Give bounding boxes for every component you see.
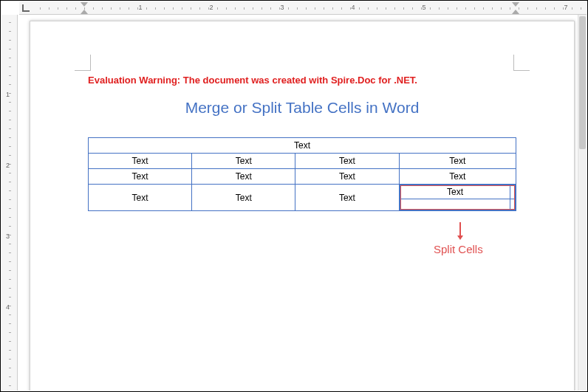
page-content: Evaluation Warning: The document was cre…: [88, 75, 516, 211]
ruler-number: 3: [280, 4, 284, 11]
evaluation-warning: Evaluation Warning: The document was cre…: [88, 75, 516, 86]
table-cell[interactable]: Text: [399, 154, 516, 169]
ruler-number: 1: [138, 4, 142, 11]
vertical-ruler[interactable]: 1234: [1, 15, 18, 391]
ruler-ticks: 123457: [19, 1, 587, 14]
table-row: Text Text Text Text: [89, 185, 516, 211]
split-cell-container[interactable]: Text: [399, 185, 516, 211]
page-title: Merge or Split Table Cells in Word: [88, 99, 516, 117]
ruler-number: 5: [422, 4, 425, 11]
table-cell[interactable]: Text: [192, 169, 295, 185]
split-inner-table: Text: [400, 185, 516, 210]
ruler-number: 2: [209, 4, 213, 11]
document-page[interactable]: Evaluation Warning: The document was cre…: [30, 21, 575, 391]
table-cell[interactable]: Text: [295, 185, 399, 211]
margin-mark-top-left: [75, 55, 91, 71]
ruler-number: 3: [6, 233, 10, 240]
split-subcell[interactable]: [510, 199, 516, 210]
merged-cell[interactable]: Text: [89, 138, 516, 154]
page-viewport: Evaluation Warning: The document was cre…: [19, 15, 577, 391]
right-indent-marker[interactable]: [512, 10, 519, 14]
margin-mark-top-right: [513, 55, 530, 71]
table-row: Text Text Text Text: [89, 154, 516, 169]
ruler-number: 4: [351, 4, 355, 11]
arrow-icon: [457, 222, 463, 240]
ruler-number: 1: [6, 91, 10, 98]
table-cell[interactable]: Text: [192, 185, 295, 211]
ruler-number: 7: [564, 4, 567, 11]
vertical-scrollbar[interactable]: [578, 15, 587, 391]
first-line-indent-marker[interactable]: [81, 2, 88, 7]
right-indent-marker-top[interactable]: [512, 2, 519, 7]
table-cell[interactable]: Text: [192, 154, 295, 169]
table-cell[interactable]: Text: [89, 169, 192, 185]
ruler-number: 4: [6, 303, 10, 311]
table-cell[interactable]: Text: [295, 169, 399, 185]
table-row: Text Text Text Text: [89, 169, 516, 185]
split-subcell[interactable]: [400, 199, 510, 210]
table-cell[interactable]: Text: [295, 154, 399, 169]
split-cells-callout: Split Cells: [434, 243, 483, 255]
table-cell[interactable]: Text: [89, 185, 192, 211]
ruler-number: 2: [6, 162, 10, 169]
split-subcell[interactable]: [510, 185, 516, 199]
horizontal-ruler[interactable]: 123457: [19, 1, 587, 15]
hanging-indent-marker[interactable]: [81, 10, 88, 14]
table-cell[interactable]: Text: [399, 169, 516, 185]
scrollbar-thumb[interactable]: [579, 16, 586, 149]
split-subcell[interactable]: Text: [400, 185, 510, 199]
table-row: Text: [89, 138, 516, 154]
demo-table[interactable]: Text Text Text Text Text Text Text Text …: [88, 137, 516, 211]
table-cell[interactable]: Text: [89, 154, 192, 169]
